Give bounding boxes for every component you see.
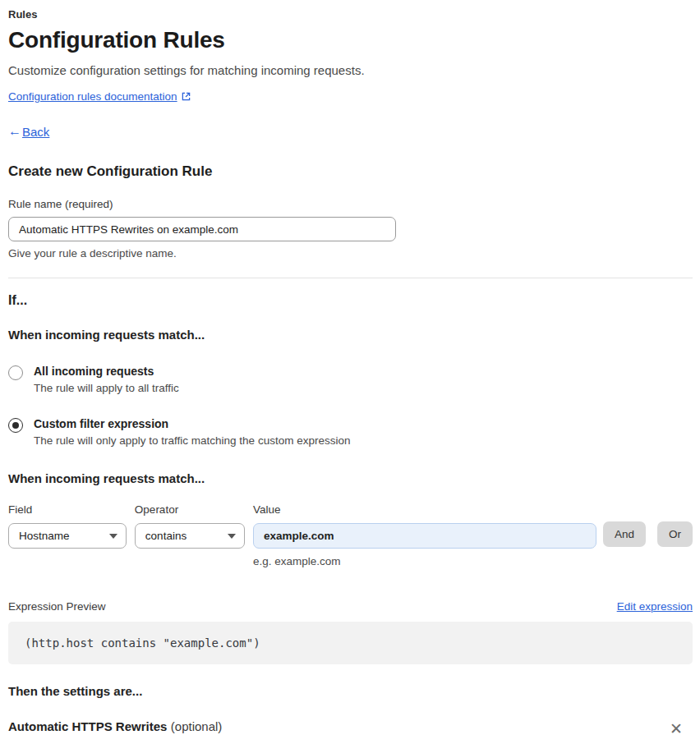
setting-name: Automatic HTTPS Rewrites <box>8 719 167 733</box>
operator-select-value: contains <box>145 530 187 542</box>
match-type-heading: When incoming requests match... <box>8 328 693 342</box>
builder-heading: When incoming requests match... <box>8 471 693 485</box>
external-link-icon <box>182 92 191 101</box>
breadcrumb-rules: Rules <box>8 8 693 21</box>
value-hint: e.g. example.com <box>253 555 596 567</box>
radio-icon[interactable] <box>8 418 23 433</box>
chevron-down-icon <box>228 534 236 539</box>
chevron-down-icon <box>109 534 117 539</box>
field-label: Field <box>8 503 127 516</box>
operator-label: Operator <box>135 503 245 516</box>
radio-label: All incoming requests <box>34 365 179 378</box>
create-rule-heading: Create new Configuration Rule <box>8 163 693 180</box>
radio-label: Custom filter expression <box>34 417 350 430</box>
radio-all-incoming-requests[interactable]: All incoming requests The rule will appl… <box>8 365 693 394</box>
rule-name-help: Give your rule a descriptive name. <box>8 247 693 259</box>
setting-title: Automatic HTTPS Rewrites (optional) <box>8 719 222 734</box>
page-subtitle: Customize configuration settings for mat… <box>8 63 693 77</box>
radio-custom-filter-expression[interactable]: Custom filter expression The rule will o… <box>8 417 693 447</box>
and-button[interactable]: And <box>603 521 646 547</box>
close-icon[interactable]: ✕ <box>666 719 686 738</box>
radio-description: The rule will only apply to traffic matc… <box>34 434 350 447</box>
rule-name-input[interactable] <box>8 217 396 241</box>
edit-expression-link[interactable]: Edit expression <box>617 600 693 613</box>
field-select-value: Hostname <box>19 530 70 542</box>
or-button[interactable]: Or <box>657 521 693 547</box>
if-heading: If... <box>8 293 693 308</box>
value-label: Value <box>253 503 596 516</box>
value-input[interactable] <box>253 523 596 549</box>
expression-preview-box: (http.host contains "example.com") <box>8 622 693 664</box>
expression-preview-label: Expression Preview <box>8 600 106 613</box>
back-arrow-icon: ← <box>8 124 21 139</box>
operator-select[interactable]: contains <box>135 523 245 549</box>
setting-optional-suffix: (optional) <box>171 719 223 733</box>
back-link[interactable]: Back <box>22 125 49 139</box>
configuration-rules-page: Rules Configuration Rules Customize conf… <box>0 0 700 744</box>
expression-builder: When incoming requests match... Field Ho… <box>8 471 693 567</box>
back-row: ← Back <box>8 124 693 139</box>
then-heading: Then the settings are... <box>8 684 693 698</box>
section-divider <box>8 278 693 278</box>
field-select[interactable]: Hostname <box>8 523 127 549</box>
page-title: Configuration Rules <box>8 27 693 53</box>
radio-description: The rule will apply to all traffic <box>34 382 179 394</box>
radio-icon[interactable] <box>8 365 23 380</box>
documentation-link[interactable]: Configuration rules documentation <box>8 90 177 103</box>
expression-code: (http.host contains "example.com") <box>25 636 260 650</box>
rule-name-label: Rule name (required) <box>8 198 693 210</box>
